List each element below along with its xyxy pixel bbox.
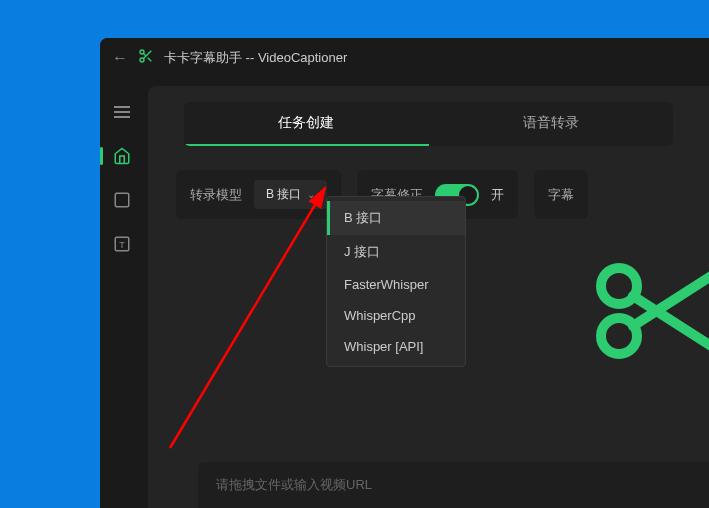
dropdown-item[interactable]: Whisper [API] <box>327 331 465 362</box>
model-control: 转录模型 B 接口 ⌄ <box>176 170 341 219</box>
dropdown-item[interactable]: J 接口 <box>327 235 465 269</box>
main-panel: 任务创建 语音转录 转录模型 B 接口 ⌄ 字幕修正 开 <box>148 86 709 508</box>
content-area: T 任务创建 语音转录 转录模型 B 接口 ⌄ 字幕修正 <box>100 78 709 508</box>
dropdown-item[interactable]: FasterWhisper <box>327 269 465 300</box>
hamburger-icon <box>114 106 130 118</box>
svg-point-0 <box>140 50 144 54</box>
extra-control: 字幕 <box>534 170 588 219</box>
svg-text:T: T <box>119 240 125 250</box>
app-logo <box>589 256 709 366</box>
model-dropdown-button[interactable]: B 接口 ⌄ <box>254 180 327 209</box>
svg-rect-5 <box>115 193 129 207</box>
app-window: ← 卡卡字幕助手 -- VideoCaptioner T 任务创建 语音转录 <box>100 38 709 508</box>
sidebar-item-tasks[interactable] <box>108 186 136 214</box>
square-icon <box>113 191 131 209</box>
app-scissors-icon <box>138 48 154 68</box>
text-icon: T <box>113 235 131 253</box>
sidebar: T <box>100 78 144 508</box>
dropdown-item[interactable]: B 接口 <box>327 201 465 235</box>
tab-voice-transcribe[interactable]: 语音转录 <box>429 102 674 146</box>
back-button[interactable]: ← <box>112 49 128 67</box>
dropdown-item[interactable]: WhisperCpp <box>327 300 465 331</box>
home-icon <box>113 147 131 165</box>
model-value: B 接口 <box>266 186 301 203</box>
model-dropdown-menu: B 接口 J 接口 FasterWhisper WhisperCpp Whisp… <box>326 196 466 367</box>
model-label: 转录模型 <box>190 186 242 204</box>
toggle-state-label: 开 <box>491 186 504 204</box>
tab-bar: 任务创建 语音转录 <box>184 102 673 146</box>
sidebar-item-home[interactable] <box>108 142 136 170</box>
tab-task-create[interactable]: 任务创建 <box>184 102 429 146</box>
titlebar: ← 卡卡字幕助手 -- VideoCaptioner <box>100 38 709 78</box>
menu-button[interactable] <box>108 98 136 126</box>
svg-line-3 <box>148 58 152 62</box>
svg-line-4 <box>143 53 146 56</box>
svg-point-1 <box>140 58 144 62</box>
sidebar-item-text[interactable]: T <box>108 230 136 258</box>
chevron-down-icon: ⌄ <box>307 189 315 200</box>
scissors-logo-icon <box>589 256 709 366</box>
window-title: 卡卡字幕助手 -- VideoCaptioner <box>164 49 347 67</box>
extra-label: 字幕 <box>548 186 574 204</box>
url-input[interactable]: 请拖拽文件或输入视频URL <box>198 462 709 508</box>
